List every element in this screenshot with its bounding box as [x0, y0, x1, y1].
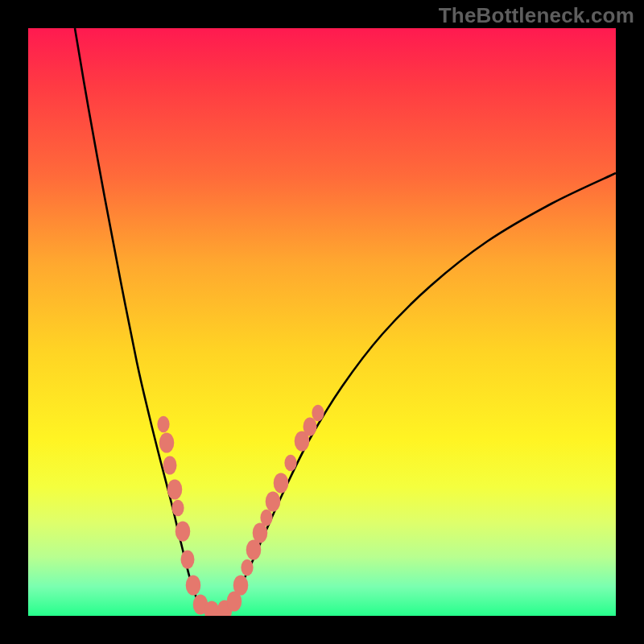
marker-dot [175, 521, 191, 541]
watermark-text: TheBottleneck.com [439, 3, 634, 28]
marker-dot [253, 522, 268, 543]
marker-dot [284, 455, 296, 472]
curve-layer [28, 28, 616, 616]
marker-dot [260, 510, 272, 526]
marker-dot [241, 559, 253, 576]
marker-dot [186, 575, 201, 595]
chart-frame: TheBottleneck.com [0, 0, 644, 644]
curve-left-branch [75, 28, 201, 606]
marker-dot [233, 575, 249, 595]
plot-area [28, 28, 616, 616]
marker-dot [163, 456, 177, 475]
curve-right-branch [229, 173, 616, 606]
marker-dot [303, 418, 317, 436]
marker-dot [312, 405, 324, 422]
marker-dot [157, 416, 169, 433]
marker-dot [171, 500, 184, 517]
marker-dot [181, 551, 195, 569]
marker-dot [266, 491, 281, 511]
marker-dot [167, 479, 183, 499]
marker-dot [274, 473, 289, 493]
marker-dot [159, 432, 175, 452]
marker-group [157, 405, 324, 616]
